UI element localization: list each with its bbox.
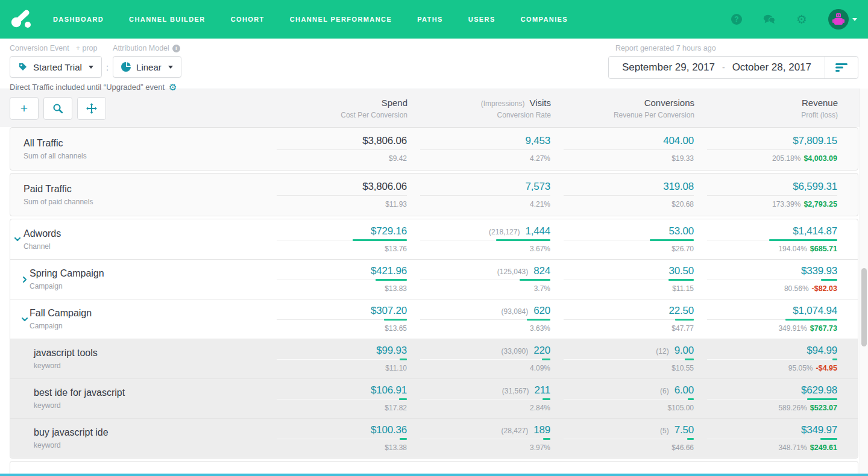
- row-title[interactable]: javascript tools: [34, 348, 263, 359]
- cell-visits: 7,5734.21%: [407, 181, 550, 209]
- revenue-value[interactable]: $339.93: [801, 265, 837, 277]
- table-row-best-ide-for-javascript[interactable]: best ide for javascriptkeyword$106.91$17…: [10, 378, 858, 418]
- spend-value[interactable]: $729.16: [371, 225, 407, 237]
- spend-value[interactable]: $421.96: [371, 265, 407, 277]
- profit-percent: 589.26%: [778, 404, 807, 412]
- gear-icon[interactable]: ⚙: [796, 13, 808, 25]
- table-row-paid-traffic[interactable]: Paid TrafficSum of paid channels$3,806.0…: [10, 174, 858, 216]
- date-filter-button[interactable]: [825, 57, 858, 78]
- scrollbar-track[interactable]: [860, 89, 868, 476]
- conversions-value[interactable]: 7.50: [675, 424, 694, 436]
- add-prop-link[interactable]: + prop: [76, 44, 98, 52]
- nav-item-users[interactable]: USERS: [468, 16, 495, 23]
- visits-value[interactable]: 1,444: [525, 225, 550, 237]
- nav-item-cohort[interactable]: COHORT: [231, 16, 265, 23]
- visits-prefix: (93,084): [502, 307, 529, 316]
- settings-gear-icon[interactable]: ⚙: [169, 83, 177, 92]
- row-title[interactable]: All Traffic: [24, 138, 263, 149]
- conversions-value[interactable]: 30.50: [668, 265, 694, 277]
- app-logo[interactable]: [11, 10, 33, 29]
- visits-value[interactable]: 620: [533, 305, 550, 317]
- revenue-value[interactable]: $7,809.15: [793, 135, 837, 147]
- row-title[interactable]: Paid Traffic: [24, 184, 263, 195]
- scrollbar-thumb[interactable]: [861, 268, 867, 346]
- spend-value: $3,806.06: [362, 135, 407, 147]
- nav-item-channel-performance[interactable]: CHANNEL PERFORMANCE: [290, 16, 392, 23]
- cell-conversions: 404.00$19.33: [550, 135, 694, 163]
- nav-item-channel-builder[interactable]: CHANNEL BUILDER: [129, 16, 206, 23]
- spend-value[interactable]: $100.36: [371, 424, 407, 436]
- visits-sub: 2.84%: [530, 404, 550, 412]
- row-subtitle: keyword: [34, 401, 263, 410]
- spend-value[interactable]: $307.20: [371, 305, 407, 317]
- add-channel-button[interactable]: +: [10, 97, 39, 120]
- direct-traffic-note: Direct Traffic included until “Upgraded”…: [10, 83, 858, 92]
- nav-item-dashboard[interactable]: DASHBOARD: [53, 16, 104, 23]
- conversion-event-dropdown[interactable]: Started Trial: [10, 56, 102, 78]
- table-row-buy-javascript-ide[interactable]: buy javascript idekeyword$100.36$13.38(2…: [10, 418, 858, 458]
- row-title[interactable]: Adwords: [24, 228, 263, 239]
- attribution-model-dropdown[interactable]: Linear: [113, 56, 181, 78]
- cell-spend: $3,806.06$9.42: [263, 135, 407, 163]
- conversions-value[interactable]: 319.08: [663, 181, 694, 193]
- bottom-chart-edge: [0, 474, 868, 476]
- nav-menu: DASHBOARDCHANNEL BUILDERCOHORTCHANNEL PE…: [53, 16, 568, 23]
- visits-value[interactable]: 211: [534, 384, 550, 396]
- date-end: October 28, 2017: [732, 61, 811, 74]
- table-row-adwords[interactable]: AdwordsChannel$729.16$13.76(218,127)1,44…: [10, 219, 858, 259]
- visits-value[interactable]: 7,573: [525, 181, 550, 193]
- revenue-value[interactable]: $349.97: [801, 424, 837, 436]
- row-title[interactable]: best ide for javascript: [34, 387, 263, 398]
- search-button[interactable]: [43, 97, 72, 120]
- chat-icon[interactable]: [763, 13, 775, 25]
- revenue-value[interactable]: $1,074.94: [793, 305, 837, 317]
- row-subtitle: Channel: [24, 242, 263, 251]
- conversions-value[interactable]: 6.00: [675, 384, 694, 396]
- metric-bar: [520, 279, 550, 281]
- row-name-cell: All TrafficSum of all channels: [10, 128, 263, 170]
- visits-prefix: (33,090): [502, 347, 529, 355]
- conversions-value[interactable]: 404.00: [663, 135, 694, 147]
- account-menu[interactable]: [828, 9, 857, 30]
- help-icon[interactable]: ?: [731, 13, 743, 25]
- revenue-value[interactable]: $629.98: [801, 384, 837, 396]
- profit-value: -$82.03: [812, 284, 837, 293]
- cell-conversions: 53.00$26.70: [550, 225, 694, 254]
- cell-revenue: $349.97348.71%$249.61: [694, 424, 837, 453]
- profit-percent: 80.56%: [784, 284, 809, 293]
- visits-value[interactable]: 9,453: [525, 135, 550, 147]
- metric-bar: [384, 319, 407, 321]
- metric-bar: [542, 398, 550, 400]
- cell-conversions: (5)7.50$46.66: [550, 424, 694, 453]
- conversions-sub: $10.55: [671, 364, 694, 372]
- cell-visits: 9,4534.27%: [407, 135, 550, 163]
- spend-value[interactable]: $106.91: [371, 384, 407, 396]
- row-title[interactable]: buy javascript ide: [34, 427, 263, 438]
- visits-value[interactable]: 220: [533, 345, 550, 357]
- conversions-value[interactable]: 22.50: [668, 305, 694, 317]
- visits-value[interactable]: 824: [533, 265, 550, 277]
- nav-right: ? ⚙: [731, 9, 857, 30]
- visits-value[interactable]: 189: [533, 424, 550, 436]
- visits-sub: 4.27%: [530, 154, 550, 163]
- revenue-value[interactable]: $1,414.87: [793, 225, 837, 237]
- nav-item-companies[interactable]: COMPANIES: [521, 16, 568, 23]
- table-row-all-traffic[interactable]: All TrafficSum of all channels$3,806.06$…: [10, 128, 858, 170]
- column-headers: SpendCost Per Conversion(Impressions)Vis…: [106, 98, 868, 119]
- spend-value[interactable]: $99.93: [376, 345, 407, 357]
- move-button[interactable]: [77, 97, 106, 120]
- conversions-value[interactable]: 53.00: [668, 225, 694, 237]
- table-row-spring-campaign[interactable]: Spring CampaignCampaign$421.96$13.83(125…: [10, 259, 858, 299]
- conversions-value[interactable]: 9.00: [675, 345, 694, 357]
- row-title[interactable]: Fall Campaign: [30, 308, 263, 319]
- nav-item-paths[interactable]: PATHS: [417, 16, 443, 23]
- revenue-value[interactable]: $94.99: [807, 345, 837, 357]
- cell-revenue: $629.98589.26%$523.07: [694, 384, 837, 413]
- row-name-cell: Spring CampaignCampaign: [10, 260, 263, 299]
- info-icon[interactable]: i: [172, 45, 180, 52]
- row-title[interactable]: Spring Campaign: [30, 268, 263, 279]
- revenue-value[interactable]: $6,599.31: [793, 181, 837, 193]
- date-range-picker[interactable]: September 29, 2017 - October 28, 2017: [608, 56, 858, 79]
- table-row-fall-campaign[interactable]: Fall CampaignCampaign$307.20$13.65(93,08…: [10, 299, 858, 339]
- table-row-javascript-tools[interactable]: javascript toolskeyword$99.93$11.10(33,0…: [10, 339, 858, 378]
